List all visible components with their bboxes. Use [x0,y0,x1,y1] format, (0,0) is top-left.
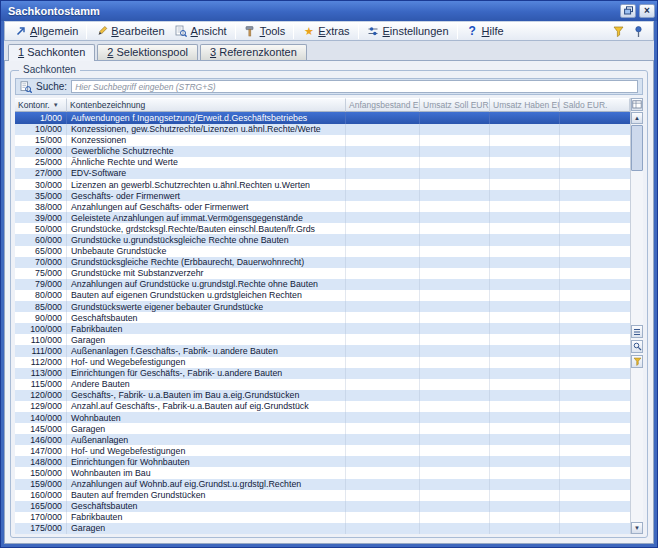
close-button[interactable]: × [639,4,655,18]
restore-button[interactable] [620,4,636,18]
table-row[interactable]: 39/000Geleistete Anzahlungen auf immat.V… [15,212,630,223]
menu-hilfe[interactable]: ? Hilfe [461,24,509,39]
table-row[interactable]: 115/000Andere Bauten [15,379,630,390]
value-cell [490,223,560,234]
menu-tools[interactable]: Tools [239,24,291,39]
table-row[interactable]: 150/000Wohnbauten im Bau [15,467,630,478]
value-cell [346,112,420,123]
column-header-kontonr[interactable]: Kontonr. ▼ [15,98,67,112]
star-icon: ★ [302,25,315,38]
table-row[interactable]: 175/000Garagen [15,523,630,534]
value-cell [560,290,630,301]
table-row[interactable]: 50/000Grundstücke, grdstcksgl.Rechte/Bau… [15,223,630,234]
table-row[interactable]: 27/000EDV-Software [15,168,630,179]
value-cell [420,423,490,434]
menu-allgemein[interactable]: Allgemein [9,24,83,39]
table-row[interactable]: 160/000Bauten auf fremden Grundstücken [15,490,630,501]
value-cell [346,456,420,467]
table-row[interactable]: 70/000Grundstücksgleiche Rechte (Erbbaur… [15,257,630,268]
scroll-up-button[interactable]: ▲ [631,112,643,124]
table-row[interactable]: 148/000Einrichtungen für Wohnbauten [15,456,630,467]
account-name-cell: Fabrikbauten [67,323,346,334]
table-row[interactable]: 1/000Aufwendungen f.Ingangsetzung/Erweit… [15,112,630,123]
value-cell [346,390,420,401]
account-number-cell: 111/000 [15,345,67,356]
value-cell [490,190,560,201]
table-row[interactable]: 112/000Hof- und Wegebefestigungen [15,357,630,368]
table-row[interactable]: 110/000Garagen [15,334,630,345]
zoom-button[interactable] [631,340,643,353]
column-header-saldo[interactable]: Saldo EUR. [560,98,630,112]
table-row[interactable]: 159/000Anzahlungen auf Wohnb.auf eig.Gru… [15,479,630,490]
menu-ansicht[interactable]: Ansicht [170,24,232,39]
table-row[interactable]: 10/000Konzessionen, gew.Schutzrechte/Liz… [15,124,630,135]
column-header-kontenbezeichnung[interactable]: Kontenbezeichnung [67,98,346,112]
menu-extras[interactable]: ★ Extras [297,24,354,39]
account-name-cell: Geschäftsbauten [67,501,346,512]
value-cell [490,279,560,290]
table-row[interactable]: 65/000Unbebaute Grundstücke [15,246,630,257]
account-name-cell: Geschäfts-, Fabrik- u.a.Bauten im Bau a.… [67,390,346,401]
value-cell [420,223,490,234]
account-number-cell: 60/000 [15,234,67,245]
table-row[interactable]: 113/000Einrichtungen für Geschäfts-, Fab… [15,368,630,379]
tab-sachkonten[interactable]: 1 Sachkonten [8,44,95,61]
table-row[interactable]: 60/000Grundstücke u.grundstücksgleiche R… [15,234,630,245]
table-row[interactable]: 170/000Fabrikbauten [15,512,630,523]
help-icon: ? [466,25,479,38]
scrollbar-thumb[interactable] [631,125,643,171]
scroll-down-button[interactable]: ▼ [631,522,643,534]
column-header-umsatz-haben[interactable]: Umsatz Haben EUR [490,98,560,112]
table-row[interactable]: 15/000Konzessionen [15,135,630,146]
column-header-anfangsbestand[interactable]: Anfangsbestand EUR [346,98,420,112]
value-cell [346,345,420,356]
table-row[interactable]: 38/000Anzahlungen auf Geschäfts- oder Fi… [15,201,630,212]
table-row[interactable]: 79/000Anzahlungen auf Grundstücke u.grun… [15,279,630,290]
table-row[interactable]: 80/000Bauten auf eigenen Grundstücken u.… [15,290,630,301]
table-row[interactable]: 129/000Anzahl.auf Geschäfts-, Fabrik-u.a… [15,401,630,412]
table-row[interactable]: 30/000Lizenzen an gewerbl.Schutzrechten … [15,179,630,190]
value-cell [420,334,490,345]
table-row[interactable]: 147/000Hof- und Wegebefestigungen [15,445,630,456]
value-cell [346,246,420,257]
settings-sliders-icon [367,25,380,38]
table-row[interactable]: 146/000Außenanlagen [15,434,630,445]
filter-funnel-icon[interactable] [612,25,625,38]
tab-selektionspool[interactable]: 2 Selektionspool [97,44,198,60]
account-number-cell: 20/000 [15,146,67,157]
value-cell [346,290,420,301]
value-cell [490,323,560,334]
pin-icon[interactable] [632,25,645,38]
account-name-cell: Gewerbliche Schutzrechte [67,146,346,157]
column-header-umsatz-soll[interactable]: Umsatz Soll EUR [420,98,490,112]
column-chooser-button[interactable] [631,98,643,111]
table-row[interactable]: 120/000Geschäfts-, Fabrik- u.a.Bauten im… [15,390,630,401]
value-cell [560,423,630,434]
table-row[interactable]: 75/000Grundstücke mit Substanzverzehr [15,268,630,279]
table-row[interactable]: 25/000Ähnliche Rechte und Werte [15,157,630,168]
scrollbar-track[interactable] [631,172,643,325]
scrollbar-track[interactable] [631,369,643,522]
table-row[interactable]: 90/000Geschäftsbauten [15,312,630,323]
table-row[interactable]: 145/000Garagen [15,423,630,434]
value-cell [490,212,560,223]
menu-bearbeiten[interactable]: Bearbeiten [90,24,169,39]
table-row[interactable]: 100/000Fabrikbauten [15,323,630,334]
value-cell [420,312,490,323]
value-cell [490,512,560,523]
tab-referenzkonten[interactable]: 3 Referenzkonten [200,44,307,60]
search-input[interactable] [71,80,638,93]
menu-einstellungen[interactable]: Einstellungen [362,24,454,39]
account-number-cell: 150/000 [15,467,67,478]
table-row[interactable]: 165/000Geschäftsbauten [15,501,630,512]
filter-button[interactable] [631,355,643,368]
value-cell [560,412,630,423]
table-row[interactable]: 35/000Geschäfts- oder Firmenwert [15,190,630,201]
table-row[interactable]: 20/000Gewerbliche Schutzrechte [15,146,630,157]
table-row[interactable]: 140/000Wohnbauten [15,412,630,423]
list-properties-button[interactable] [631,325,643,338]
title-bar[interactable]: Sachkontostamm × [1,1,657,21]
value-cell [346,479,420,490]
table-row[interactable]: 85/000Grundstückswerte eigener bebauter … [15,301,630,312]
table-row[interactable]: 111/000Außenanlagen f.Geschäfts-, Fabrik… [15,345,630,356]
